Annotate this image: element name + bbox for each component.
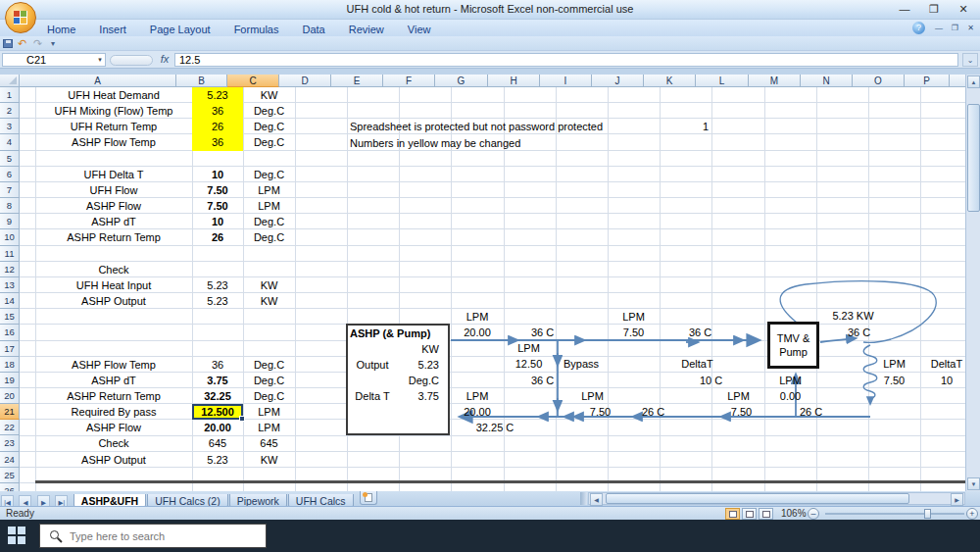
cell-label[interactable]: ASHP Return Temp <box>35 229 192 245</box>
cell-value[interactable]: 32.25 <box>192 388 243 404</box>
cell-value[interactable] <box>192 246 243 262</box>
cell-unit[interactable]: Deg.C <box>243 357 295 373</box>
row-header[interactable]: 17 <box>0 341 20 357</box>
column-header[interactable]: D <box>279 75 331 87</box>
name-box[interactable]: C21 <box>2 53 106 67</box>
row-header[interactable]: 23 <box>0 435 20 451</box>
cell-unit[interactable]: 645 <box>243 435 295 451</box>
cell-unit[interactable]: Deg.C <box>243 214 295 229</box>
row-header[interactable]: 18 <box>0 357 20 373</box>
row-header[interactable]: 6 <box>0 167 20 182</box>
normal-view-button[interactable] <box>725 508 740 520</box>
cell-unit[interactable]: Deg.C <box>243 134 295 150</box>
cell-unit[interactable]: LPM <box>243 404 295 420</box>
ribbon-tab[interactable]: Review <box>337 22 396 35</box>
ribbon-tab[interactable]: Data <box>290 22 336 35</box>
select-all-corner[interactable] <box>0 75 20 87</box>
cell-label[interactable]: UFH Flow <box>35 182 192 198</box>
horizontal-scrollbar[interactable]: ◀ ▶ <box>588 492 965 505</box>
cell-label[interactable]: ASHP Return Temp <box>35 388 192 404</box>
cell-value[interactable]: 5.23 <box>192 293 243 309</box>
cell-label[interactable]: ASHP Flow <box>35 420 192 435</box>
scroll-left-icon[interactable]: ◀ <box>590 493 603 506</box>
row-header[interactable]: 12 <box>0 262 20 277</box>
cell-unit[interactable]: Deg.C <box>243 119 295 134</box>
scroll-down-icon[interactable]: ▼ <box>967 477 980 490</box>
insert-function-icon[interactable]: fx <box>157 53 172 67</box>
zoom-slider[interactable] <box>825 513 964 515</box>
row-header[interactable]: 5 <box>0 151 20 167</box>
cell-label[interactable]: ASHP Flow <box>35 198 192 214</box>
name-box-dropdown-icon[interactable]: ▾ <box>94 53 106 67</box>
cell-value[interactable]: 36 <box>192 103 243 119</box>
cell-value[interactable]: 7.50 <box>192 182 243 198</box>
save-icon[interactable] <box>3 39 13 48</box>
column-header[interactable]: E <box>331 75 383 87</box>
cell-value[interactable]: 36 <box>192 134 243 150</box>
cell-value[interactable]: 5.23 <box>192 277 243 293</box>
column-header[interactable]: L <box>696 75 749 87</box>
cell-label[interactable] <box>35 246 192 262</box>
cell-label[interactable]: Check <box>35 435 192 451</box>
zoom-slider-handle[interactable] <box>924 509 931 519</box>
row-header[interactable]: 8 <box>0 198 20 214</box>
cell-label[interactable] <box>35 309 192 325</box>
ribbon-tab[interactable]: Formulas <box>222 22 291 35</box>
qat-customize-icon[interactable]: ▾ <box>51 37 55 50</box>
cell-unit[interactable]: KW <box>243 293 295 309</box>
row-header[interactable]: 24 <box>0 452 20 468</box>
column-header[interactable]: F <box>383 75 435 87</box>
cell-label[interactable]: ASHP dT <box>35 373 192 388</box>
column-header[interactable]: K <box>644 75 696 87</box>
cell-label[interactable]: Required By pass <box>35 404 192 420</box>
cell-label[interactable]: ASHP Output <box>35 452 192 468</box>
redo-icon[interactable]: ↷ <box>33 37 42 50</box>
page-break-view-button[interactable] <box>759 508 773 520</box>
cell-label[interactable] <box>35 341 192 357</box>
ribbon-tab[interactable]: Home <box>35 22 87 35</box>
scroll-up-icon[interactable]: ▲ <box>967 75 980 88</box>
cell-unit[interactable] <box>243 151 295 167</box>
undo-icon[interactable]: ↶ <box>18 37 26 50</box>
cell-unit[interactable]: Deg.C <box>243 373 295 388</box>
ribbon-tab[interactable]: View <box>396 22 443 35</box>
cell-value[interactable] <box>192 483 243 491</box>
row-header[interactable]: 20 <box>0 388 20 404</box>
column-header[interactable]: P <box>905 75 950 87</box>
cell-unit[interactable]: Deg.C <box>243 167 295 182</box>
taskbar-search[interactable] <box>39 524 267 548</box>
tmv-pump-box[interactable]: TMV & Pump <box>767 322 819 369</box>
cell-unit[interactable]: LPM <box>243 182 295 198</box>
office-button[interactable] <box>5 2 36 33</box>
cell-label[interactable]: UFH Return Temp <box>35 119 192 134</box>
close-button[interactable]: ✕ <box>949 0 978 19</box>
minimize-button[interactable]: — <box>890 0 919 19</box>
cell-value[interactable] <box>192 151 243 167</box>
row-header[interactable]: 13 <box>0 277 20 293</box>
cell-value[interactable]: 26 <box>192 229 243 245</box>
formula-input[interactable] <box>174 53 958 67</box>
row-header[interactable]: 14 <box>0 293 20 309</box>
cell-unit[interactable] <box>243 483 295 491</box>
workbook-close-icon[interactable]: ✕ <box>967 24 974 32</box>
cell-value[interactable]: 5.23 <box>192 452 243 468</box>
column-header[interactable]: G <box>435 75 488 87</box>
vertical-scroll-thumb[interactable] <box>967 104 980 212</box>
column-header[interactable]: O <box>853 75 905 87</box>
cell-unit[interactable] <box>243 341 295 357</box>
page-layout-view-button[interactable] <box>742 508 757 520</box>
cell-unit[interactable] <box>243 246 295 262</box>
column-header[interactable]: N <box>801 75 853 87</box>
expand-formula-bar-icon[interactable]: ⌄ <box>962 53 978 67</box>
start-button-icon[interactable] <box>8 527 27 544</box>
cell-label[interactable]: ASHP dT <box>35 214 192 229</box>
zoom-out-icon[interactable]: – <box>808 508 819 520</box>
zoom-in-icon[interactable]: + <box>966 508 978 520</box>
cell-unit[interactable]: LPM <box>243 420 295 435</box>
row-header[interactable]: 3 <box>0 119 20 134</box>
cell-value[interactable]: 20.00 <box>192 420 243 435</box>
column-header[interactable]: C <box>227 75 279 87</box>
row-header[interactable]: 9 <box>0 214 20 229</box>
cell-unit[interactable]: Deg.C <box>243 229 295 245</box>
cell-label[interactable] <box>35 325 192 340</box>
